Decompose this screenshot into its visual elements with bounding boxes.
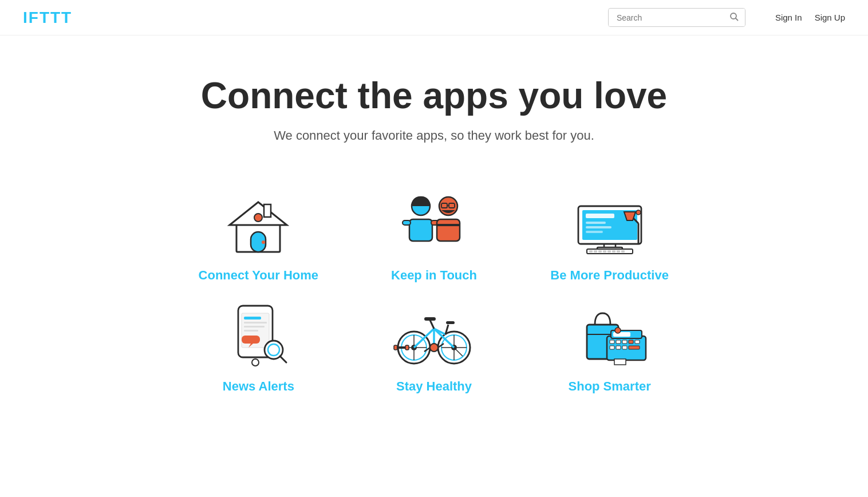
svg-rect-78 <box>397 346 406 349</box>
svg-line-60 <box>456 349 463 356</box>
card-label-shop-smarter: Shop Smarter <box>569 379 651 394</box>
svg-rect-34 <box>598 250 602 253</box>
svg-rect-44 <box>244 326 265 328</box>
category-grid: Connect Your Home <box>159 189 709 394</box>
card-label-stay-healthy: Stay Healthy <box>396 379 472 394</box>
card-shop-smarter[interactable]: Shop Smarter <box>527 300 692 394</box>
hero-subheadline: We connect your favorite apps, so they w… <box>11 128 857 143</box>
svg-rect-38 <box>617 250 620 253</box>
svg-point-12 <box>416 203 419 206</box>
svg-rect-93 <box>629 346 640 349</box>
card-label-connect-your-home: Connect Your Home <box>199 268 318 283</box>
svg-point-48 <box>252 359 259 366</box>
svg-rect-89 <box>635 340 640 344</box>
stay-healthy-icon <box>391 300 477 369</box>
svg-rect-24 <box>586 214 614 218</box>
svg-rect-37 <box>612 250 616 253</box>
card-keep-in-touch[interactable]: Keep in Touch <box>352 189 516 283</box>
news-alerts-icon <box>215 300 301 369</box>
site-logo[interactable]: IFTTT <box>23 9 72 27</box>
card-label-be-more-productive: Be More Productive <box>550 268 669 283</box>
svg-rect-73 <box>446 321 455 324</box>
search-icon <box>730 13 738 21</box>
main-content: Connect the apps you love We connect you… <box>0 36 868 394</box>
svg-line-70 <box>430 320 434 329</box>
svg-rect-91 <box>616 346 621 349</box>
svg-rect-45 <box>244 330 258 332</box>
svg-rect-19 <box>437 224 460 226</box>
hero-section: Connect the apps you love We connect you… <box>0 36 868 166</box>
shop-smarter-icon <box>567 300 653 369</box>
svg-rect-42 <box>244 317 261 320</box>
svg-rect-85 <box>610 340 614 344</box>
svg-rect-35 <box>603 250 606 253</box>
svg-point-96 <box>615 328 621 333</box>
svg-rect-79 <box>405 345 409 350</box>
hero-headline: Connect the apps you love <box>11 76 857 116</box>
svg-rect-46 <box>242 336 260 344</box>
card-connect-your-home[interactable]: Connect Your Home <box>176 189 341 283</box>
svg-rect-43 <box>244 322 267 324</box>
svg-point-30 <box>636 210 641 215</box>
card-stay-healthy[interactable]: Stay Healthy <box>352 300 516 394</box>
svg-rect-92 <box>622 346 627 349</box>
search-button[interactable] <box>723 9 745 26</box>
svg-rect-9 <box>409 219 432 241</box>
connect-your-home-icon <box>215 189 301 258</box>
card-news-alerts[interactable]: News Alerts <box>176 300 341 394</box>
svg-point-7 <box>254 214 262 222</box>
svg-rect-86 <box>616 340 621 344</box>
keep-in-touch-icon <box>391 189 477 258</box>
signin-link[interactable]: Sign In <box>775 13 802 22</box>
card-be-more-productive[interactable]: Be More Productive <box>527 189 692 283</box>
svg-line-1 <box>736 18 738 21</box>
card-label-news-alerts: News Alerts <box>223 379 294 394</box>
svg-rect-26 <box>586 226 611 228</box>
site-header: IFTTT Sign In Sign Up <box>0 0 868 36</box>
svg-rect-87 <box>622 340 627 344</box>
svg-rect-27 <box>586 231 603 233</box>
signup-link[interactable]: Sign Up <box>815 13 845 22</box>
svg-rect-33 <box>594 250 597 253</box>
search-input[interactable] <box>609 9 723 26</box>
svg-rect-25 <box>586 222 606 224</box>
card-label-keep-in-touch: Keep in Touch <box>391 268 477 283</box>
svg-line-51 <box>280 356 286 362</box>
svg-point-6 <box>262 240 265 244</box>
svg-rect-36 <box>607 250 611 253</box>
svg-rect-94 <box>614 359 626 365</box>
svg-rect-4 <box>264 204 271 217</box>
svg-rect-90 <box>610 346 614 349</box>
svg-rect-39 <box>621 250 625 253</box>
be-more-productive-icon <box>567 189 653 258</box>
svg-rect-71 <box>424 317 436 321</box>
search-wrapper <box>608 8 745 27</box>
svg-point-13 <box>423 203 425 206</box>
svg-rect-10 <box>403 220 411 225</box>
svg-rect-88 <box>629 340 633 344</box>
svg-rect-32 <box>589 250 593 253</box>
svg-point-74 <box>430 344 438 352</box>
svg-rect-18 <box>437 219 460 241</box>
